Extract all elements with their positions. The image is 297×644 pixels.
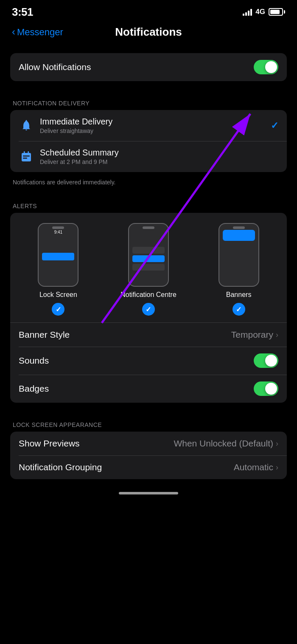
immediate-delivery-row[interactable]: Immediate Delivery Deliver straightaway … bbox=[10, 110, 287, 141]
banner-style-row[interactable]: Banner Style Temporary › bbox=[10, 322, 287, 347]
banners-check[interactable]: ✓ bbox=[233, 303, 245, 316]
phone-notch-3 bbox=[233, 226, 245, 229]
badges-toggle-knob bbox=[265, 383, 277, 395]
alerts-card: 9:41 Lock Screen ✓ Notification Centre ✓ bbox=[10, 213, 287, 403]
allow-notifications-toggle[interactable] bbox=[254, 60, 278, 74]
allow-notifications-row: Allow Notifications bbox=[10, 53, 287, 81]
alerts-grid: 9:41 Lock Screen ✓ Notification Centre ✓ bbox=[10, 213, 287, 322]
allow-notifications-label: Allow Notifications bbox=[19, 62, 254, 72]
sounds-toggle[interactable] bbox=[254, 353, 278, 368]
battery-fill bbox=[270, 10, 280, 14]
scheduled-summary-row[interactable]: Scheduled Summary Deliver at 2 PM and 9 … bbox=[10, 141, 287, 172]
banners-alert-item[interactable]: Banners ✓ bbox=[219, 223, 259, 316]
badges-row: Badges bbox=[10, 375, 287, 403]
banner-style-chevron-icon: › bbox=[276, 330, 278, 339]
svg-rect-1 bbox=[22, 153, 31, 161]
svg-rect-3 bbox=[23, 158, 27, 159]
show-previews-label: Show Previews bbox=[19, 438, 174, 449]
scheduled-summary-text: Scheduled Summary Deliver at 2 PM and 9 … bbox=[40, 148, 278, 165]
scheduled-summary-title: Scheduled Summary bbox=[40, 148, 278, 158]
signal-bars-icon bbox=[243, 8, 252, 16]
lock-screen-alert-item[interactable]: 9:41 Lock Screen ✓ bbox=[38, 223, 78, 316]
notif-bar-3 bbox=[132, 264, 165, 271]
svg-point-0 bbox=[26, 120, 27, 121]
notification-centre-alert-item[interactable]: Notification Centre ✓ bbox=[120, 223, 177, 316]
status-icons: 4G bbox=[243, 8, 285, 16]
scheduled-summary-subtitle: Deliver at 2 PM and 9 PM bbox=[40, 158, 278, 165]
notification-grouping-row[interactable]: Notification Grouping Automatic › bbox=[10, 455, 287, 479]
notification-delivery-section: NOTIFICATION DELIVERY Immediate Delivery… bbox=[10, 91, 287, 172]
immediate-delivery-title: Immediate Delivery bbox=[40, 117, 271, 127]
network-label: 4G bbox=[255, 8, 265, 16]
battery-tip bbox=[284, 10, 285, 14]
schedule-icon bbox=[19, 149, 34, 164]
battery-body bbox=[269, 8, 283, 16]
banners-mockup bbox=[219, 223, 259, 287]
allow-notifications-card: Allow Notifications bbox=[10, 53, 287, 81]
banner-top-bar bbox=[223, 230, 255, 241]
notification-grouping-chevron-icon: › bbox=[276, 463, 278, 472]
phone-notch-2 bbox=[143, 226, 154, 229]
banner-style-value: Temporary bbox=[231, 330, 273, 340]
sounds-row: Sounds bbox=[10, 347, 287, 375]
signal-bar-3 bbox=[248, 11, 249, 16]
notif-bar-1 bbox=[132, 247, 165, 254]
lock-screen-appearance-section: LOCK SCREEN APPEARANCE Show Previews Whe… bbox=[10, 413, 287, 479]
lock-screen-check[interactable]: ✓ bbox=[52, 303, 64, 316]
notification-delivery-section-label: NOTIFICATION DELIVERY bbox=[10, 91, 287, 110]
show-previews-chevron-icon: › bbox=[276, 439, 278, 448]
bell-icon bbox=[19, 118, 34, 133]
battery-icon bbox=[269, 8, 285, 16]
alerts-section: ALERTS 9:41 Lock Screen ✓ bbox=[10, 194, 287, 403]
back-label: Messenger bbox=[17, 27, 63, 38]
svg-rect-2 bbox=[23, 155, 30, 157]
nav-header: ‹ Messenger Notifications bbox=[0, 22, 297, 46]
notification-delivery-footer: Notifications are delivered immediately. bbox=[0, 175, 297, 186]
notification-delivery-card: Immediate Delivery Deliver straightaway … bbox=[10, 110, 287, 172]
banners-label: Banners bbox=[226, 291, 252, 299]
svg-rect-5 bbox=[28, 151, 29, 154]
signal-bar-1 bbox=[243, 14, 244, 16]
notification-centre-mockup bbox=[128, 223, 169, 287]
notification-grouping-label: Notification Grouping bbox=[19, 462, 234, 472]
status-bar: 3:51 4G bbox=[0, 0, 297, 22]
back-chevron-icon: ‹ bbox=[12, 26, 15, 38]
page-title: Notifications bbox=[115, 25, 182, 39]
lock-screen-appearance-card: Show Previews When Unlocked (Default) › … bbox=[10, 432, 287, 479]
immediate-delivery-subtitle: Deliver straightaway bbox=[40, 127, 271, 134]
status-time: 3:51 bbox=[12, 6, 33, 19]
home-indicator bbox=[119, 492, 178, 494]
show-previews-row[interactable]: Show Previews When Unlocked (Default) › bbox=[10, 432, 287, 455]
show-previews-value: When Unlocked (Default) bbox=[174, 438, 273, 449]
lock-screen-time: 9:41 bbox=[54, 230, 62, 234]
toggle-knob bbox=[265, 61, 277, 73]
notification-centre-label: Notification Centre bbox=[120, 291, 177, 299]
lock-screen-notif-bar bbox=[42, 253, 74, 260]
badges-toggle[interactable] bbox=[254, 381, 278, 396]
notification-grouping-value: Automatic bbox=[234, 462, 273, 472]
signal-bar-2 bbox=[245, 12, 247, 16]
banner-style-label: Banner Style bbox=[19, 330, 231, 340]
lock-screen-appearance-label: LOCK SCREEN APPEARANCE bbox=[10, 413, 287, 432]
sounds-label: Sounds bbox=[19, 356, 254, 366]
back-button[interactable]: ‹ Messenger bbox=[12, 26, 63, 38]
lock-screen-label: Lock Screen bbox=[39, 291, 77, 299]
alerts-section-label: ALERTS bbox=[10, 194, 287, 213]
svg-rect-4 bbox=[24, 151, 25, 154]
signal-bar-4 bbox=[250, 9, 252, 16]
immediate-delivery-text: Immediate Delivery Deliver straightaway bbox=[40, 117, 271, 134]
immediate-delivery-checkmark: ✓ bbox=[271, 120, 278, 131]
badges-label: Badges bbox=[19, 384, 254, 394]
sounds-toggle-knob bbox=[265, 355, 277, 367]
notif-bar-2 bbox=[132, 255, 165, 262]
notification-centre-check[interactable]: ✓ bbox=[142, 303, 155, 316]
lock-screen-mockup: 9:41 bbox=[38, 223, 78, 287]
phone-notch bbox=[52, 226, 64, 229]
